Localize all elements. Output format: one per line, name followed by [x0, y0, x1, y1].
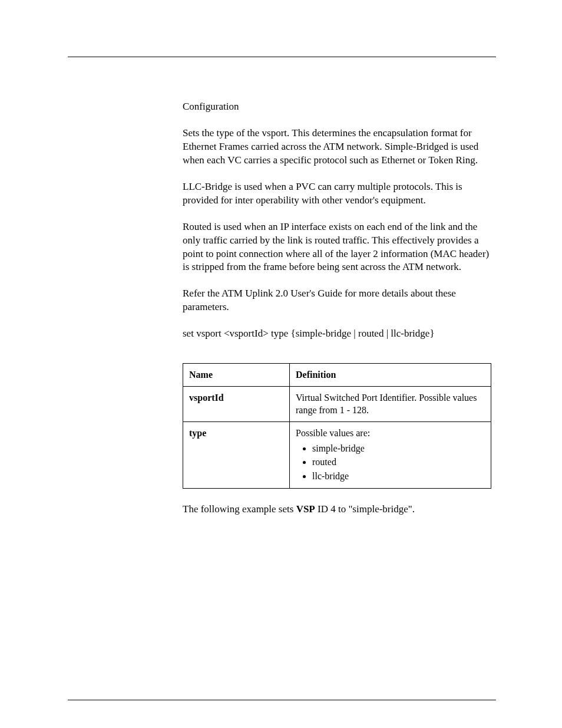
paragraph-2: LLC-Bridge is used when a PVC can carry … [183, 180, 491, 207]
example-bold: VSP [296, 503, 315, 515]
example-pre: The following example sets [183, 503, 296, 515]
body-column: Configuration Sets the type of the vspor… [183, 100, 491, 529]
table-row: type Possible values are: simple-bridge … [183, 421, 491, 488]
col-header-name: Name [183, 364, 290, 387]
cell-definition: Possible values are: simple-bridge route… [290, 421, 491, 488]
paragraph-1: Sets the type of the vsport. This determ… [183, 127, 491, 167]
example-post: ID 4 to "simple-bridge". [315, 503, 415, 515]
col-header-definition: Definition [290, 364, 491, 387]
cell-name: vsportId [183, 386, 290, 421]
syntax-line: set vsport <vsportId> type {simple-bridg… [183, 327, 491, 341]
mode-line: Configuration [183, 100, 491, 114]
header-rule [68, 57, 496, 57]
footer-rule [68, 700, 496, 700]
list-item: simple-bridge [312, 442, 485, 455]
list-item: routed [312, 456, 485, 469]
example-sentence: The following example sets VSP ID 4 to "… [183, 503, 491, 516]
list-item: llc-bridge [312, 470, 485, 483]
table-header-row: Name Definition [183, 364, 491, 387]
definition-table: Name Definition vsportId Virtual Switche… [183, 363, 491, 489]
paragraph-4: Refer the ATM Uplink 2.0 User's Guide fo… [183, 287, 491, 314]
cell-name: type [183, 421, 290, 488]
paragraph-3: Routed is used when an IP interface exis… [183, 220, 491, 275]
cell-definition: Virtual Switched Port Identifier. Possib… [290, 386, 491, 421]
value-list: simple-bridge routed llc-bridge [296, 442, 485, 483]
table-row: vsportId Virtual Switched Port Identifie… [183, 386, 491, 421]
definition-intro: Possible values are: [296, 428, 370, 438]
page: Configuration Sets the type of the vspor… [0, 0, 562, 728]
